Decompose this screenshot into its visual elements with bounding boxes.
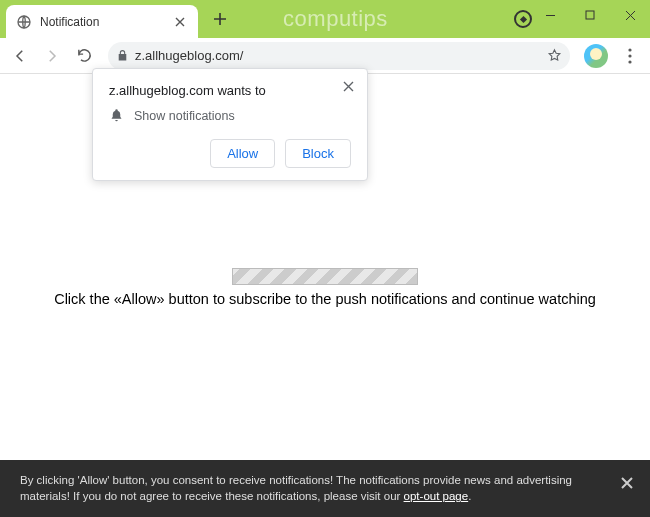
opt-out-link[interactable]: opt-out page [404,490,469,502]
close-window-button[interactable] [610,0,650,30]
prompt-close-button[interactable] [337,75,359,97]
bell-icon [109,108,124,123]
block-button[interactable]: Block [285,139,351,168]
browser-tab[interactable]: Notification [6,5,198,38]
maximize-button[interactable] [570,0,610,30]
browser-menu-button[interactable] [616,42,644,70]
banner-text-2b: . [468,490,471,502]
svg-point-2 [628,48,631,51]
address-bar[interactable]: z.allhugeblog.com/ [108,42,570,70]
banner-close-button[interactable] [618,474,636,492]
banner-text-2a: you do not agree to receive these notifi… [83,490,404,502]
lock-icon [116,49,129,62]
back-button[interactable] [6,42,34,70]
bookmark-star-icon[interactable] [547,48,562,63]
profile-avatar[interactable] [584,44,608,68]
prompt-permission-label: Show notifications [134,109,235,123]
url-text: z.allhugeblog.com/ [135,48,541,63]
window-controls [530,0,650,30]
minimize-button[interactable] [530,0,570,30]
loading-bar [232,268,418,285]
allow-button[interactable]: Allow [210,139,275,168]
watermark-text: computips [283,6,388,32]
globe-icon [16,14,32,30]
prompt-permission-row: Show notifications [109,108,351,123]
forward-button[interactable] [38,42,66,70]
consent-banner: By clicking 'Allow' button, you consent … [0,460,650,517]
prompt-title: z.allhugeblog.com wants to [109,83,351,98]
instruction-text: Click the «Allow» button to subscribe to… [0,291,650,307]
svg-point-4 [628,60,631,63]
window-titlebar: Notification computips [0,0,650,38]
reload-button[interactable] [70,42,98,70]
tab-close-button[interactable] [172,14,188,30]
tab-title: Notification [40,15,172,29]
new-tab-button[interactable] [206,5,234,33]
svg-rect-1 [586,11,594,19]
svg-point-3 [628,54,631,57]
notification-permission-prompt: z.allhugeblog.com wants to Show notifica… [92,68,368,181]
